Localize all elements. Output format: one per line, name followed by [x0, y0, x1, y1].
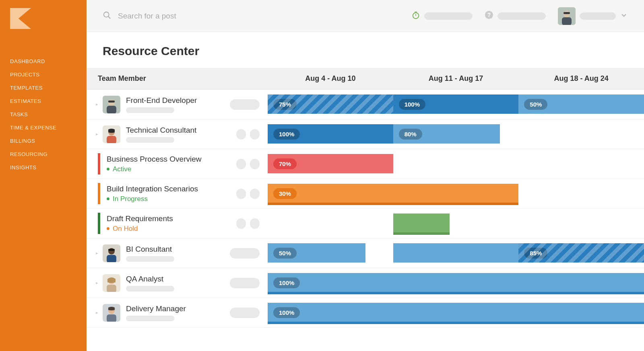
page-title: Resource Center	[87, 32, 644, 68]
placeholder-pill	[126, 137, 174, 143]
svg-rect-11	[564, 12, 570, 14]
svg-rect-10	[562, 17, 572, 25]
member-role: Delivery Manager	[126, 304, 230, 313]
allocation-bar[interactable]: 100%	[393, 94, 519, 114]
help-widget[interactable]: ?	[485, 10, 546, 22]
allocation-bar[interactable]: 80%	[393, 124, 500, 144]
utilization-badge: 85%	[524, 248, 547, 259]
svg-point-1	[104, 12, 109, 17]
task-title: Business Process Overview	[107, 155, 236, 164]
allocation-underline	[268, 322, 644, 324]
utilization-badge: 50%	[273, 248, 297, 259]
status-dot-icon	[107, 197, 109, 200]
app-logo	[10, 8, 87, 31]
utilization-badge: 100%	[399, 99, 425, 110]
placeholder-pill	[126, 256, 174, 262]
allocation-underline	[268, 292, 644, 294]
nav-item-projects[interactable]: PROJECTS	[0, 68, 87, 81]
member-row: ▸Front-End Developer75%100%50%	[87, 90, 644, 119]
nav-item-tasks[interactable]: TASKS	[0, 108, 87, 121]
row-action[interactable]	[236, 129, 246, 140]
member-row: ▸Technical Consultant100%80%	[87, 119, 644, 149]
row-action[interactable]	[236, 189, 246, 199]
task-row: Business Process OverviewActive70%	[87, 149, 644, 179]
allocation-underline	[393, 232, 450, 235]
nav-item-resourcing[interactable]: RESOURCING	[0, 148, 87, 161]
utilization-badge: 100%	[273, 307, 300, 318]
expand-caret-icon[interactable]: ▸	[95, 131, 99, 137]
placeholder-pill	[497, 12, 546, 20]
row-action[interactable]	[236, 218, 246, 229]
nav-item-templates[interactable]: TEMPLATES	[0, 81, 87, 94]
svg-point-3	[413, 12, 419, 18]
allocation-bar[interactable]: 30%	[268, 184, 518, 203]
expand-caret-icon[interactable]: ▸	[95, 250, 99, 256]
member-role: Technical Consultant	[126, 126, 236, 135]
member-role: QA Analyst	[126, 275, 230, 283]
row-action[interactable]	[250, 189, 260, 199]
column-header-week: Aug 4 - Aug 10	[268, 68, 393, 89]
nav-item-time-expense[interactable]: TIME & EXPENSE	[0, 121, 87, 134]
allocation-bar[interactable]	[393, 213, 450, 233]
task-status-label: In Progress	[113, 195, 148, 203]
task-row: Build Integration ScenariosIn Progress30…	[87, 179, 644, 209]
row-action[interactable]	[250, 159, 260, 169]
allocation-bar[interactable]: 50%	[518, 94, 644, 114]
allocation-bar[interactable]: 70%	[268, 154, 393, 173]
svg-rect-25	[107, 285, 116, 292]
utilization-badge: 30%	[273, 188, 297, 199]
svg-rect-15	[108, 101, 115, 103]
expand-caret-icon[interactable]: ▸	[95, 102, 99, 107]
placeholder-pill	[126, 286, 174, 291]
row-action[interactable]	[230, 99, 260, 110]
allocation-bar[interactable]: 85%	[518, 243, 644, 263]
allocation-bar[interactable]: 75%	[268, 94, 393, 114]
search-icon	[103, 11, 111, 21]
row-action[interactable]	[236, 159, 246, 169]
allocation-underline	[268, 203, 518, 205]
utilization-badge: 80%	[399, 129, 422, 140]
status-dot-icon	[107, 227, 109, 230]
allocation-bar[interactable]: 100%	[268, 273, 644, 292]
column-header-week: Aug 18 - Aug 24	[518, 68, 644, 89]
task-status-label: On Hold	[113, 225, 138, 233]
task-accent-bar	[98, 153, 100, 174]
member-row: ▸Delivery Manager100%	[87, 298, 644, 328]
nav-item-dashboard[interactable]: DASHBOARD	[0, 55, 87, 68]
utilization-badge: 70%	[273, 158, 297, 169]
nav-item-estimates[interactable]: ESTIMATES	[0, 94, 87, 108]
task-status: In Progress	[107, 195, 236, 203]
task-status-label: Active	[113, 165, 131, 173]
allocation-bar[interactable]	[393, 243, 519, 263]
nav-item-billings[interactable]: BILLINGS	[0, 134, 87, 148]
help-icon: ?	[485, 10, 493, 22]
grid-header: Team Member Aug 4 - Aug 10Aug 11 - Aug 1…	[87, 68, 644, 90]
row-action[interactable]	[230, 248, 260, 259]
member-avatar	[103, 274, 120, 292]
svg-rect-28	[107, 314, 116, 322]
row-action[interactable]	[230, 278, 260, 288]
expand-caret-icon[interactable]: ▸	[95, 310, 99, 315]
nav-item-insights[interactable]: INSIGHTS	[0, 161, 87, 174]
member-role: BI Consultant	[126, 245, 230, 254]
column-header-member: Team Member	[87, 68, 268, 89]
svg-marker-0	[10, 8, 31, 29]
allocation-bar[interactable]: 50%	[268, 243, 365, 263]
svg-line-2	[108, 16, 111, 18]
column-header-week: Aug 11 - Aug 17	[393, 68, 519, 89]
task-row: Draft RequirementsOn Hold	[87, 209, 644, 238]
task-accent-bar	[98, 183, 100, 204]
expand-caret-icon[interactable]: ▸	[95, 280, 99, 285]
utilization-badge: 100%	[273, 277, 300, 288]
row-action[interactable]	[250, 129, 260, 140]
row-action[interactable]	[230, 308, 260, 318]
allocation-bar[interactable]: 100%	[268, 124, 393, 144]
member-avatar	[103, 96, 120, 113]
member-role: Front-End Developer	[126, 96, 230, 105]
timer-widget[interactable]	[411, 11, 473, 21]
allocation-bar[interactable]: 100%	[268, 303, 644, 322]
search-input[interactable]	[118, 12, 239, 21]
user-menu[interactable]	[558, 7, 628, 25]
placeholder-pill	[126, 316, 174, 321]
row-action[interactable]	[250, 218, 260, 229]
